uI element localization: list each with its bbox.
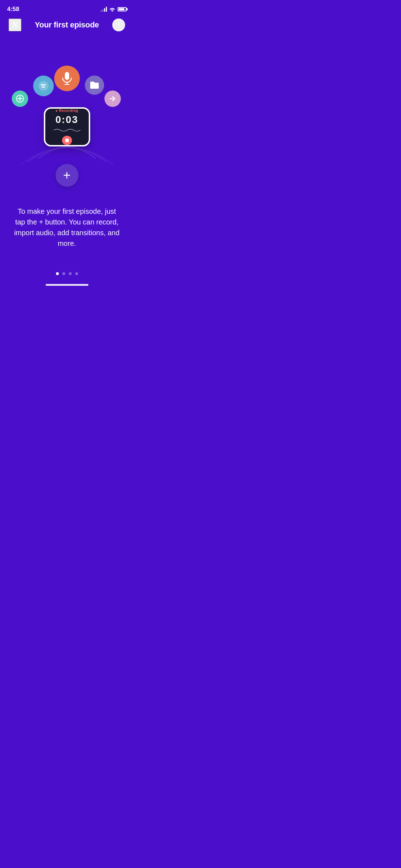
- folder-bubble: [85, 76, 104, 95]
- wifi-icon: [109, 7, 115, 12]
- stop-icon: [65, 139, 69, 142]
- arrow-bubble: [104, 91, 121, 107]
- recording-label: ● Recording: [56, 109, 78, 113]
- audio-wave: [53, 127, 81, 134]
- phone-device: ● Recording 0:03: [44, 107, 90, 146]
- add-bubble: [12, 91, 28, 107]
- stop-button[interactable]: [62, 136, 72, 145]
- description-section: To make your first episode, just tap the…: [0, 197, 134, 257]
- svg-rect-0: [65, 72, 69, 80]
- description-text: To make your first episode, just tap the…: [13, 206, 121, 249]
- page-title: Your first episode: [35, 20, 99, 30]
- help-button[interactable]: ?: [112, 19, 125, 31]
- timer-display: 0:03: [55, 114, 78, 125]
- header: ✕ Your first episode ?: [0, 16, 134, 37]
- pagination-dot-2: [62, 272, 65, 275]
- status-bar: 4:58: [0, 0, 134, 16]
- battery-icon: [118, 7, 127, 11]
- plus-icon: +: [63, 169, 71, 182]
- add-episode-button[interactable]: +: [56, 164, 78, 187]
- pagination-dot-3: [69, 272, 72, 275]
- pagination-dot-4: [75, 272, 78, 275]
- status-time: 4:58: [7, 6, 19, 13]
- pagination-dot-1: [56, 272, 59, 275]
- microphone-bubble: [54, 66, 80, 91]
- question-icon: ?: [117, 22, 120, 28]
- close-button[interactable]: ✕: [9, 19, 21, 31]
- status-icons: [101, 7, 127, 12]
- signal-icon: [101, 7, 107, 12]
- close-icon: ✕: [11, 21, 19, 29]
- pagination-dots: [56, 272, 78, 275]
- illustration-area: ● Recording 0:03 +: [0, 44, 134, 194]
- home-indicator: [46, 284, 88, 286]
- spotify-bubble: [33, 76, 54, 96]
